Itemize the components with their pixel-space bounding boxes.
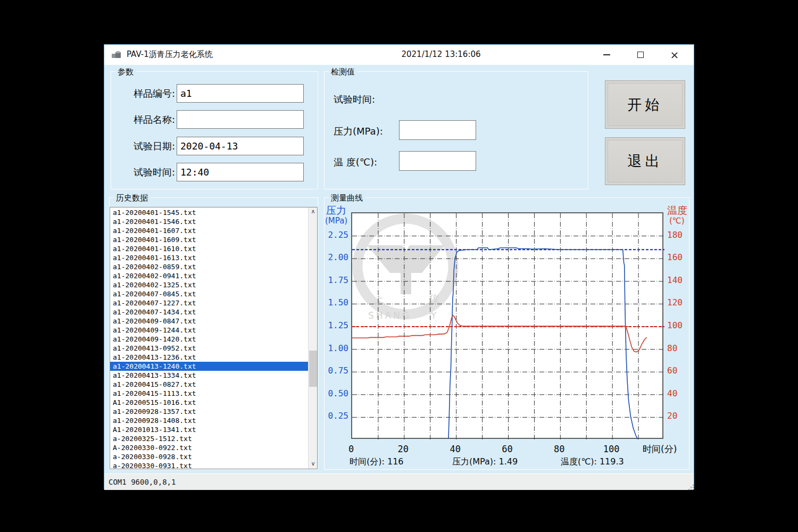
maximize-button[interactable] bbox=[624, 45, 658, 65]
list-item[interactable]: a1-20200402-0859.txt bbox=[110, 262, 308, 271]
status-bar: COM1 9600,0,8,1 bbox=[104, 473, 694, 490]
close-icon: × bbox=[670, 49, 679, 60]
list-item[interactable]: a1-20200409-1244.txt bbox=[110, 326, 308, 335]
list-item[interactable]: a1-20200413-1236.txt bbox=[110, 353, 308, 362]
list-item[interactable]: a-20200330-0928.txt bbox=[110, 452, 308, 461]
elapsed-time-label: 试验时间: bbox=[334, 93, 375, 106]
list-item[interactable]: a1-20200402-1325.txt bbox=[110, 280, 308, 289]
right-axis-tick: 140 bbox=[667, 275, 683, 285]
right-axis-unit: (℃) bbox=[669, 216, 685, 226]
x-axis-title: 时间(分) bbox=[643, 443, 677, 455]
list-item[interactable]: a1-20200407-1227.txt bbox=[110, 298, 308, 307]
app-icon bbox=[112, 51, 121, 58]
resize-grip-icon[interactable] bbox=[691, 487, 692, 488]
list-item[interactable]: A1-20200515-1016.txt bbox=[110, 398, 308, 407]
titlebar-clock: 2021/1/12 13:16:06 bbox=[401, 49, 480, 59]
scroll-down-icon[interactable]: ∨ bbox=[309, 460, 318, 469]
left-axis-tick: 1.75 bbox=[325, 275, 348, 285]
list-item[interactable]: a1-20200407-0845.txt bbox=[110, 289, 308, 298]
list-item[interactable]: a1-20200415-1113.txt bbox=[110, 389, 308, 398]
right-axis-tick: 160 bbox=[667, 252, 683, 262]
right-axis-tick: 80 bbox=[667, 343, 677, 353]
list-item[interactable]: A1-20201013-1341.txt bbox=[110, 425, 308, 434]
temp-reading-label: 温 度(℃): bbox=[334, 156, 377, 169]
list-item[interactable]: a1-20200402-0941.txt bbox=[110, 271, 308, 280]
list-item[interactable]: a1-20200401-1607.txt bbox=[110, 226, 308, 235]
list-item[interactable]: a1-20200413-1240.txt bbox=[110, 362, 308, 371]
right-axis-tick: 100 bbox=[667, 320, 683, 330]
watermark-text: 仪 bbox=[429, 293, 442, 305]
watermark-text: 上 bbox=[373, 293, 386, 305]
test-time-input[interactable] bbox=[177, 163, 304, 181]
left-axis-tick: 1.25 bbox=[325, 320, 348, 330]
left-axis-tick: 2.25 bbox=[325, 230, 348, 240]
x-axis-tick: 20 bbox=[392, 444, 415, 454]
chart-panel: 测量曲线 压力 (MPa) 温度 (℃) 2.252.001.751.501.2… bbox=[324, 197, 689, 470]
list-item[interactable]: a1-20200409-0847.txt bbox=[110, 317, 308, 326]
sample-name-label: 样品名称: bbox=[115, 113, 175, 126]
left-axis-tick: 2.00 bbox=[325, 252, 348, 262]
right-axis-tick: 180 bbox=[667, 230, 683, 240]
left-axis-unit: (MPa) bbox=[325, 216, 347, 226]
scrollbar-thumb[interactable] bbox=[309, 351, 317, 387]
list-item[interactable]: a1-20200415-0827.txt bbox=[110, 380, 308, 389]
x-axis-tick: 0 bbox=[339, 444, 363, 454]
left-axis-tick: 0.75 bbox=[325, 365, 348, 376]
minimize-icon bbox=[603, 54, 610, 55]
history-list: a1-20200401-1545.txta1-20200401-1546.txt… bbox=[110, 208, 308, 469]
history-listbox[interactable]: a1-20200401-1545.txta1-20200401-1546.txt… bbox=[110, 207, 318, 469]
chart-panel-title: 测量曲线 bbox=[329, 193, 365, 203]
close-button[interactable]: × bbox=[658, 45, 692, 65]
sample-name-input[interactable] bbox=[177, 110, 304, 129]
test-date-input[interactable] bbox=[177, 137, 304, 155]
window-title: PAV-1沥青压力老化系统 bbox=[127, 49, 213, 60]
start-button[interactable]: 开始 bbox=[605, 80, 685, 129]
watermark-logo: 上仪SHANGY bbox=[358, 219, 453, 321]
list-item[interactable]: a1-20200407-1434.txt bbox=[110, 307, 308, 317]
scroll-up-icon[interactable]: ∧ bbox=[309, 207, 318, 217]
list-item[interactable]: a1-20200928-1357.txt bbox=[110, 407, 308, 416]
list-item[interactable]: A-20200330-0922.txt bbox=[110, 443, 308, 452]
title-bar: PAV-1沥青压力老化系统 2021/1/12 13:16:06 × bbox=[104, 45, 694, 65]
list-item[interactable]: a-20200325-1512.txt bbox=[110, 434, 308, 443]
list-item[interactable]: a1-20200413-0952.txt bbox=[110, 344, 308, 353]
list-item[interactable]: a1-20200409-1420.txt bbox=[110, 335, 308, 344]
minimize-button[interactable] bbox=[589, 45, 624, 65]
chart-plot-area: 上仪SHANGY bbox=[351, 212, 663, 439]
pressure-reading-input[interactable] bbox=[399, 120, 476, 140]
list-item[interactable]: a1-20200401-1610.txt bbox=[110, 244, 308, 253]
temp-reading-input[interactable] bbox=[399, 151, 476, 171]
left-axis-tick: 0.25 bbox=[325, 411, 348, 421]
params-panel: 参数 样品编号: 样品名称: 试验日期: 试验时间: bbox=[111, 71, 318, 189]
list-item[interactable]: a-20200330-0931.txt bbox=[110, 461, 308, 469]
readout-0: 时间(分): 116 bbox=[350, 456, 404, 468]
readings-panel: 检测值 试验时间: 压力(MPa): 温 度(℃): bbox=[324, 71, 588, 189]
history-panel-title: 历史数据 bbox=[114, 193, 150, 203]
x-axis-tick: 60 bbox=[496, 444, 519, 454]
list-item[interactable]: a1-20200413-1334.txt bbox=[110, 371, 308, 380]
watermark-text: Y bbox=[430, 310, 438, 321]
readout-1: 压力(MPa): 1.49 bbox=[452, 456, 518, 468]
exit-button[interactable]: 退出 bbox=[605, 137, 685, 185]
history-scrollbar[interactable]: ∧ ∨ bbox=[308, 207, 317, 469]
sample-id-label: 样品编号: bbox=[115, 87, 175, 100]
readout-2: 温度(℃): 119.3 bbox=[561, 456, 624, 468]
pressure-reading-label: 压力(MPa): bbox=[334, 125, 383, 138]
app-window: PAV-1沥青压力老化系统 2021/1/12 13:16:06 × 参数 样品… bbox=[104, 44, 694, 489]
list-item[interactable]: a1-20200928-1408.txt bbox=[110, 416, 308, 425]
history-panel: 历史数据 a1-20200401-1545.txta1-20200401-154… bbox=[109, 197, 318, 470]
list-item[interactable]: a1-20200401-1546.txt bbox=[110, 217, 308, 226]
test-date-label: 试验日期: bbox=[115, 140, 175, 153]
sample-id-input[interactable] bbox=[177, 84, 304, 103]
right-axis-tick: 120 bbox=[667, 297, 683, 307]
temperature-curve bbox=[352, 315, 647, 352]
right-axis-tick: 40 bbox=[667, 388, 677, 398]
params-panel-title: 参数 bbox=[115, 67, 136, 77]
list-item[interactable]: a1-20200401-1613.txt bbox=[110, 253, 308, 262]
list-item[interactable]: a1-20200401-1545.txt bbox=[110, 208, 308, 217]
right-axis-tick: 60 bbox=[667, 365, 677, 376]
left-axis-tick: 1.50 bbox=[325, 297, 348, 307]
list-item[interactable]: a1-20200401-1609.txt bbox=[110, 235, 308, 244]
measurement-chart: 上仪SHANGY bbox=[352, 213, 664, 440]
readings-panel-title: 检测值 bbox=[329, 67, 357, 77]
